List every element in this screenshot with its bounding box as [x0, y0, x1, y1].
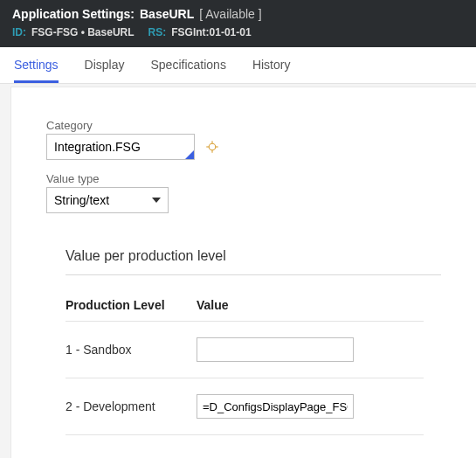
svg-point-0	[209, 143, 216, 150]
valuetype-value: String/text	[54, 193, 109, 207]
content-panel: Category Integration.FSG Value type Stri…	[10, 87, 476, 458]
table-row: 1 - Sandbox	[66, 321, 424, 378]
row-value-input[interactable]	[197, 337, 354, 362]
section-divider	[66, 274, 441, 275]
tab-bar: Settings Display Specifications History	[0, 47, 476, 84]
id-value: FSG-FSG • BaseURL	[31, 26, 135, 38]
target-icon[interactable]	[204, 138, 221, 156]
chevron-down-icon	[152, 198, 161, 203]
valuetype-field: Value type String/text	[46, 172, 441, 213]
valuetype-label: Value type	[46, 172, 441, 185]
tab-settings[interactable]: Settings	[14, 58, 59, 83]
category-field: Category Integration.FSG	[46, 119, 441, 160]
title-name: BaseURL	[140, 7, 194, 21]
category-label: Category	[46, 119, 441, 132]
col-header-level: Production Level	[66, 298, 197, 312]
page-title-row: Application Settings: BaseURL [ Availabl…	[12, 7, 464, 21]
header-subline: ID: FSG-FSG • BaseURL RS: FSGInt:01-01-0…	[12, 26, 464, 38]
status-badge: [ Available ]	[199, 7, 261, 21]
combo-notch-icon	[185, 150, 194, 159]
tab-specifications[interactable]: Specifications	[151, 58, 226, 83]
row-level: 2 - Development	[66, 399, 197, 413]
tab-display[interactable]: Display	[85, 58, 125, 83]
id-label: ID:	[12, 26, 26, 38]
valuetype-select[interactable]: String/text	[46, 187, 169, 213]
category-value: Integration.FSG	[54, 140, 141, 154]
row-level: 1 - Sandbox	[66, 343, 197, 357]
tab-history[interactable]: History	[252, 58, 291, 83]
production-table: Production Level Value 1 - Sandbox 2 - D…	[66, 298, 424, 435]
table-header: Production Level Value	[66, 298, 424, 321]
rs-label: RS:	[148, 26, 167, 38]
page-header: Application Settings: BaseURL [ Availabl…	[0, 0, 476, 47]
category-combo[interactable]: Integration.FSG	[46, 134, 195, 160]
rs-value: FSGInt:01-01-01	[171, 26, 251, 38]
section-title: Value per production level	[66, 248, 441, 271]
col-header-value: Value	[197, 298, 229, 312]
table-row: 2 - Development	[66, 378, 424, 435]
row-value-input[interactable]	[197, 394, 354, 419]
title-prefix: Application Settings:	[12, 7, 135, 21]
